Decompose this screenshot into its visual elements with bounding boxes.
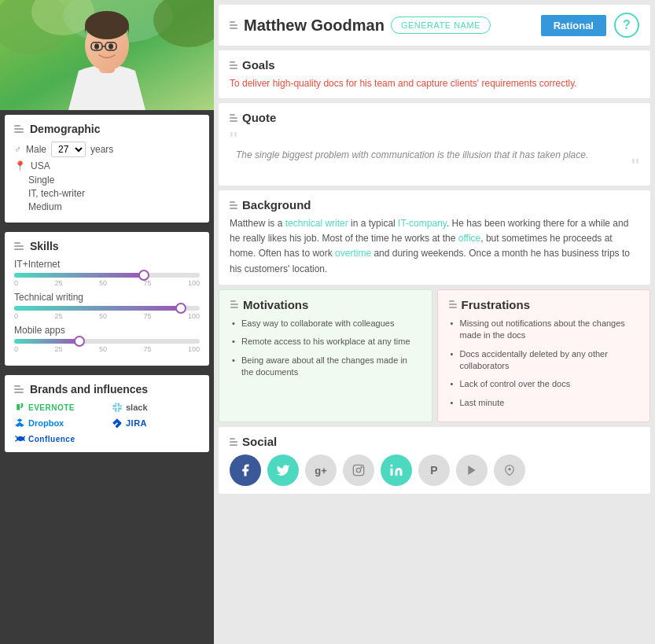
quote-text: The single biggest problem with communic… [230,148,639,162]
youtube-icon[interactable] [456,454,488,486]
social-icons-row: g+ P [230,454,639,486]
evernote-label: EVERNOTE [28,403,75,412]
frustrations-icon [449,300,457,308]
svg-point-18 [508,468,511,471]
twitter-icon[interactable] [267,454,299,486]
skill-scale-1: 0255075100 [14,279,200,287]
brands-title: Brands and influences [14,383,200,396]
svg-point-11 [94,44,99,50]
header-card: Matthew Goodman GENERATE NAME Rational ? [219,5,650,46]
name-icon [230,21,237,29]
frustration-item: Last minute [449,396,639,410]
gender-row: ♂ Male 27 25 30 35 years [14,142,200,157]
svg-point-16 [391,465,393,467]
frustrations-card: Frustrations Missing out notifications a… [437,289,651,422]
location-row: 📍 USA [14,160,200,171]
motivation-item: Easy way to collaborate with colleagues [230,316,421,331]
svg-point-12 [109,44,113,50]
background-title: Background [230,198,639,212]
highlight-1: technical writer [285,218,348,229]
occupation-text: IT, tech-writer [28,188,200,199]
age-select[interactable]: 27 25 30 35 [51,142,86,157]
left-column: Demographic ♂ Male 27 25 30 35 years 📍 U… [0,0,214,644]
demographic-card: Demographic ♂ Male 27 25 30 35 years 📍 U… [5,115,209,223]
motivation-item: Being aware about all the changes made i… [230,353,421,381]
demographic-icon [14,125,24,133]
svg-point-14 [356,468,360,472]
rational-button[interactable]: Rational [541,15,606,36]
confluence-label: Confluence [28,435,75,443]
social-icon [230,438,237,446]
skill-bar-3[interactable] [14,339,200,344]
jira-icon [112,418,123,429]
svg-rect-13 [353,465,363,475]
motivations-card: Motivations Easy way to collaborate with… [219,289,432,422]
frustrations-title: Frustrations [449,298,639,311]
goals-icon [230,61,237,69]
level-text: Medium [28,201,200,212]
right-column: Matthew Goodman GENERATE NAME Rational ?… [214,0,655,644]
frustration-item: Missing out notifications about the chan… [449,316,639,344]
gender-icon: ♂ [14,144,21,155]
brands-card: Brands and influences EVERNOTE slack Dro… [5,375,209,452]
skill-scale-2: 0255075100 [14,312,200,320]
status-text: Single [28,175,200,186]
skills-card: Skills IT+Internet 0255075100 Technical … [5,232,209,366]
skill-bar-2[interactable] [14,306,200,311]
goals-title: Goals [230,58,639,72]
google-icon[interactable]: g+ [305,454,337,486]
quote-title: Quote [230,111,639,124]
brands-icon [14,385,24,393]
background-card: Background Matthew is a technical writer… [219,190,650,285]
svg-marker-17 [468,466,475,475]
brands-grid: EVERNOTE slack Dropbox JIRA [14,402,200,444]
social-card: Social g+ P [219,427,650,494]
background-text: Matthew is a technical writer in a typic… [230,216,639,277]
frustration-item: Docs accidentally deleted by any other c… [449,347,639,374]
skill-scale-3: 0255075100 [14,345,200,353]
brand-slack: slack [112,402,200,413]
skills-icon [14,242,24,250]
motivation-item: Remote access to his workplace at any ti… [230,334,421,349]
facebook-icon[interactable] [230,454,261,486]
demographic-title: Demographic [14,123,200,135]
dropbox-label: Dropbox [28,418,64,428]
frustrations-list: Missing out notifications about the chan… [449,316,639,410]
brand-jira: JIRA [112,418,200,429]
quote-card: Quote " The single biggest problem with … [219,103,650,186]
svg-point-15 [361,467,362,468]
background-icon [230,201,237,209]
slack-icon [112,402,123,413]
linkedin-icon[interactable] [381,454,412,486]
skill-label-1: IT+Internet [14,259,200,270]
highlight-3: office [458,233,480,244]
skill-label-3: Mobile apps [14,325,200,336]
generate-name-button[interactable]: GENERATE NAME [391,17,491,34]
persona-name: Matthew Goodman [244,17,385,35]
confluence-icon [14,433,25,444]
skill-bar-1[interactable] [14,273,200,278]
motivations-icon [230,300,238,308]
motiv-frustrations-row: Motivations Easy way to collaborate with… [219,289,650,422]
skill-label-2: Technical writing [14,292,200,303]
dropbox-icon [14,418,25,429]
location-social-icon[interactable] [494,454,525,486]
social-title: Social [230,435,639,448]
brand-evernote: EVERNOTE [14,402,102,413]
frustration-item: Lack of control over the docs [449,377,639,392]
motivations-list: Easy way to collaborate with colleagues … [230,316,421,381]
quote-icon [230,114,237,122]
highlight-4: overtime [335,248,371,259]
brand-confluence: Confluence [14,433,102,444]
brand-dropbox: Dropbox [14,418,102,429]
header-right: Rational ? [541,13,639,38]
location-icon: 📍 [14,160,26,171]
help-button[interactable]: ? [614,13,639,38]
skills-title: Skills [14,240,200,252]
instagram-icon[interactable] [343,454,374,486]
evernote-icon [14,402,25,413]
highlight-2: IT-company [398,218,447,229]
slack-label: slack [126,403,148,412]
name-section: Matthew Goodman GENERATE NAME [230,17,491,35]
pinterest-icon[interactable]: P [418,454,450,486]
